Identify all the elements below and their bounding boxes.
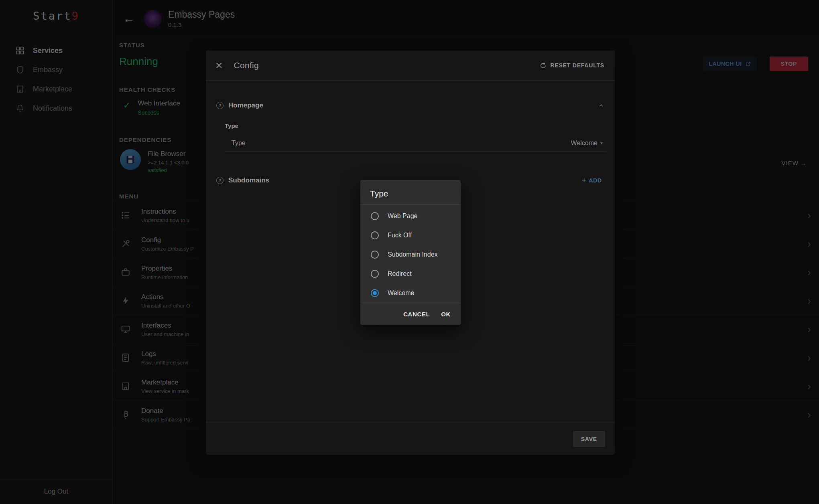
radio-icon — [371, 251, 379, 259]
ok-button[interactable]: OK — [441, 311, 451, 318]
radio-icon — [371, 289, 379, 297]
radio-option-label: Welcome — [388, 289, 414, 297]
dialog-title: Type — [360, 180, 461, 204]
radio-option-label: Redirect — [388, 270, 412, 277]
cancel-button[interactable]: CANCEL — [403, 311, 430, 318]
type-select-dialog: Type Web Page Fuck Off Subdomain Index R… — [360, 180, 461, 325]
radio-option-subdomain-index[interactable]: Subdomain Index — [360, 245, 461, 264]
radio-option-web-page[interactable]: Web Page — [360, 206, 461, 226]
radio-icon — [371, 212, 379, 220]
radio-option-welcome[interactable]: Welcome — [360, 283, 461, 303]
radio-option-label: Fuck Off — [388, 232, 412, 239]
app-root: Start9 Services Embassy Marketplace — [0, 0, 819, 504]
radio-icon — [371, 270, 379, 278]
radio-options: Web Page Fuck Off Subdomain Index Redire… — [360, 204, 461, 303]
radio-option-redirect[interactable]: Redirect — [360, 264, 461, 283]
radio-option-label: Web Page — [388, 213, 417, 220]
dialog-buttons: CANCEL OK — [360, 303, 461, 325]
radio-option-label: Subdomain Index — [388, 251, 438, 258]
radio-option-fuck-off[interactable]: Fuck Off — [360, 226, 461, 245]
radio-icon — [371, 231, 379, 239]
